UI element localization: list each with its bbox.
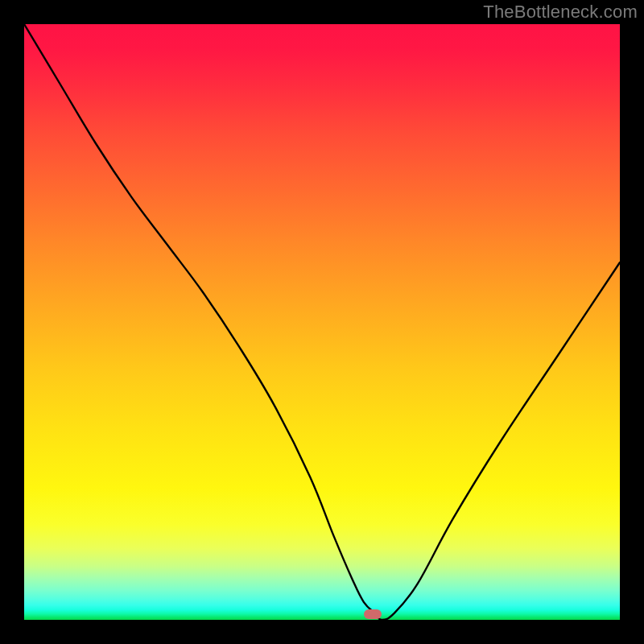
chart-container: TheBottleneck.com line xyxy=(0,0,644,644)
chart-type: line xyxy=(0,0,1,1)
bottleneck-curve xyxy=(24,24,620,620)
plot-area xyxy=(24,24,620,620)
optimum-marker xyxy=(364,609,382,619)
curve-path xyxy=(24,24,620,620)
watermark-text: TheBottleneck.com xyxy=(483,2,638,23)
